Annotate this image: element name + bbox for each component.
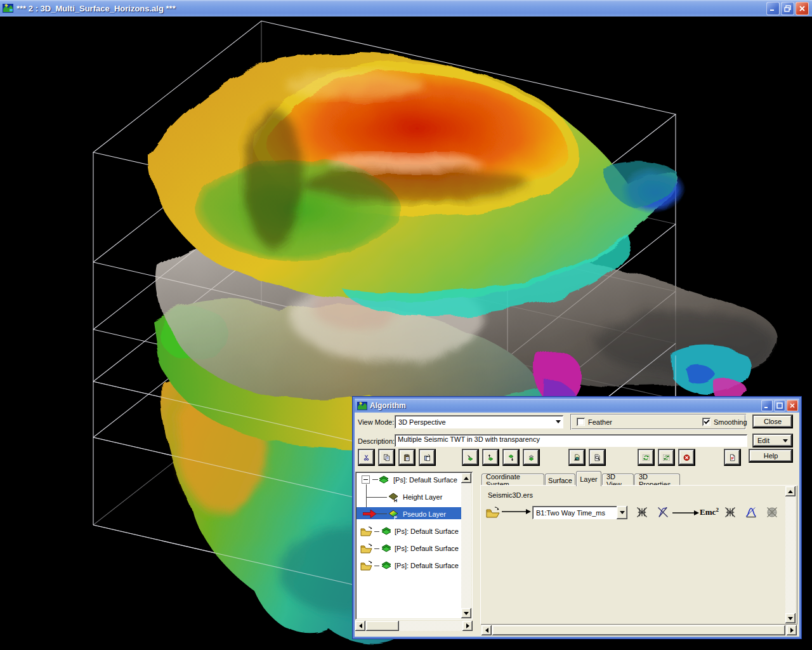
tree-item-label: [Ps]: Default Surface	[395, 562, 459, 569]
add-layer-button[interactable]	[462, 449, 479, 466]
maximize-icon	[776, 402, 783, 409]
application-window: *** 2 : 3D_Multi_Surface_Horizons.alg **…	[0, 0, 812, 650]
tree-vertical-scrollbar[interactable]	[461, 473, 471, 618]
tree-horizontal-scrollbar[interactable]	[355, 621, 473, 631]
tab-coordinate-system[interactable]: Coordinate System	[481, 474, 544, 486]
edit-menu-button[interactable]: Edit	[752, 434, 793, 448]
refresh-image-icon	[643, 453, 650, 463]
formula-icon: Emc2	[700, 507, 719, 517]
tree-item-height-layer[interactable]: H Height Layer	[388, 491, 442, 503]
smoothing-checkbox[interactable]: Smoothing	[702, 418, 747, 426]
paste-button[interactable]	[398, 449, 416, 466]
color-disabled-button[interactable]	[764, 505, 780, 520]
close-button[interactable]	[796, 2, 809, 15]
tab-label: Surface	[548, 477, 572, 484]
feather-checkbox-box[interactable]	[577, 418, 585, 426]
edit-dataset-icon	[573, 453, 580, 463]
tab-surface[interactable]: Surface	[545, 474, 575, 486]
panel-vertical-scrollbar[interactable]	[785, 486, 796, 623]
move-layer-up-button[interactable]	[482, 449, 499, 466]
restore-button[interactable]	[781, 2, 794, 15]
close-icon	[789, 402, 796, 409]
window-titlebar[interactable]: *** 2 : 3D_Multi_Surface_Horizons.alg **…	[0, 0, 812, 17]
ermapper-logo-icon	[3, 3, 13, 13]
paste-special-button[interactable]	[419, 449, 436, 466]
cut-icon	[363, 453, 370, 463]
close-dialog-button[interactable]: Close	[752, 415, 793, 428]
tab-3d-properties[interactable]: 3D Properties	[634, 474, 680, 486]
refresh-image-button[interactable]	[638, 449, 655, 466]
chevron-down-icon[interactable]	[617, 506, 627, 519]
page-setup-button[interactable]: P	[724, 449, 741, 466]
open-dataset-button[interactable]	[485, 505, 501, 520]
panel-horizontal-scrollbar[interactable]	[481, 625, 797, 635]
tab-3d-view[interactable]: 3D View	[602, 474, 634, 486]
cut-button[interactable]	[358, 449, 375, 466]
svg-text:P: P	[394, 515, 397, 520]
scroll-left-icon[interactable]	[481, 625, 492, 635]
dialog-minimize-button[interactable]	[761, 400, 773, 411]
paste-special-icon	[424, 453, 431, 463]
tree-item-pseudo-layer[interactable]: P Pseudo Layer	[388, 508, 446, 520]
preview-dataset-button[interactable]	[589, 449, 606, 466]
formula-button[interactable]: Emc2	[700, 505, 719, 520]
smoothing-checkbox-box[interactable]	[702, 418, 710, 426]
dialog-maximize-button[interactable]	[774, 400, 785, 411]
tree-item-label: Pseudo Layer	[403, 510, 446, 518]
tab-layer[interactable]: Layer	[576, 471, 601, 486]
edit-dataset-button[interactable]	[568, 449, 586, 466]
dialog-close-button[interactable]	[787, 400, 798, 411]
copy-layer-button[interactable]	[523, 449, 540, 466]
color-disabled-icon	[766, 506, 778, 519]
preview-dataset-icon	[594, 453, 601, 463]
flow-arrow-icon	[502, 508, 531, 515]
algorithm-dialog-titlebar[interactable]: Algorithm	[355, 399, 799, 413]
kernel2-disabled-button[interactable]	[723, 505, 738, 520]
collapse-toggle[interactable]	[362, 475, 370, 484]
feather-checkbox[interactable]: Feather	[577, 418, 612, 426]
refresh-auto-button[interactable]	[658, 449, 675, 466]
svg-text:H: H	[394, 498, 397, 503]
copy-button[interactable]	[378, 449, 395, 466]
scroll-down-icon[interactable]	[785, 613, 796, 623]
scroll-right-icon[interactable]	[787, 625, 797, 635]
tree-connector	[366, 497, 387, 498]
move-layer-down-button[interactable]	[502, 449, 520, 466]
tree-item-label: Height Layer	[403, 493, 442, 501]
folder-icon	[360, 543, 373, 554]
scroll-right-icon[interactable]	[462, 621, 473, 631]
kernel-disabled-button[interactable]	[634, 505, 650, 520]
stop-drawing-button[interactable]	[678, 449, 695, 466]
tree-item-surface-1[interactable]: [Ps]: Default Surface	[378, 474, 457, 486]
tree-connector	[374, 548, 379, 549]
band-select[interactable]: B1:Two Way Time_ms	[532, 506, 627, 519]
scroll-down-icon[interactable]	[461, 608, 471, 618]
scrollbar-thumb[interactable]	[492, 625, 785, 635]
refresh-auto-icon	[663, 453, 670, 463]
transform-disabled-button[interactable]	[655, 505, 671, 520]
help-button[interactable]: Help	[749, 449, 793, 463]
minimize-button[interactable]	[766, 2, 780, 15]
final-transform-button[interactable]	[743, 505, 759, 520]
close-icon	[799, 5, 806, 12]
algorithm-dialog-body: View Mode: 3D Perspective Feather Smooth…	[355, 413, 799, 637]
tree-connector	[374, 531, 379, 532]
copy-layer-icon	[528, 453, 535, 463]
scrollbar-thumb[interactable]	[366, 621, 399, 631]
chevron-down-icon[interactable]	[553, 415, 563, 428]
scroll-up-icon[interactable]	[461, 473, 471, 483]
scroll-up-icon[interactable]	[785, 486, 796, 496]
view-mode-select[interactable]: 3D Perspective	[395, 415, 563, 428]
scroll-left-icon[interactable]	[355, 621, 365, 631]
view-mode-label: View Mode:	[358, 418, 394, 426]
restore-icon	[784, 5, 791, 12]
current-layer-arrow-icon	[363, 510, 377, 518]
chevron-down-icon	[783, 439, 788, 442]
view-mode-value: 3D Perspective	[395, 418, 553, 426]
description-input[interactable]: Multiple Seismic TWT in 3D with transpar…	[395, 434, 747, 447]
render-options-group: Feather Smoothing	[570, 414, 746, 430]
tree-item-surface-2[interactable]: [Ps]: Default Surface	[360, 526, 459, 537]
flow-arrow-icon	[672, 509, 699, 517]
tree-item-surface-3[interactable]: [Ps]: Default Surface	[360, 543, 459, 554]
tree-item-surface-4[interactable]: [Ps]: Default Surface	[360, 560, 459, 571]
